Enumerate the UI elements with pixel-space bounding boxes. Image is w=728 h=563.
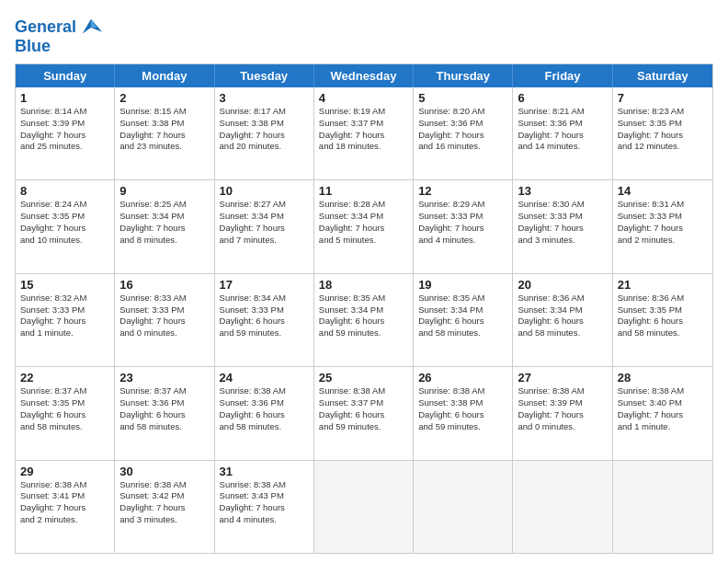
cell-info: Sunrise: 8:36 AMSunset: 3:34 PMDaylight:… <box>518 293 607 339</box>
cell-info: Sunrise: 8:23 AMSunset: 3:35 PMDaylight:… <box>618 106 708 153</box>
day-number: 22 <box>20 371 109 385</box>
header-day-wednesday: Wednesday <box>314 64 414 87</box>
cell-info: Sunrise: 8:30 AMSunset: 3:33 PMDaylight:… <box>518 199 607 246</box>
header-day-tuesday: Tuesday <box>215 64 314 87</box>
cal-cell-27: 27Sunrise: 8:38 AMSunset: 3:39 PMDayligh… <box>513 367 612 459</box>
header-day-friday: Friday <box>513 64 612 87</box>
day-number: 18 <box>319 278 408 292</box>
cal-cell-29: 29Sunrise: 8:38 AMSunset: 3:41 PMDayligh… <box>16 461 115 553</box>
cal-cell-7: 7Sunrise: 8:23 AMSunset: 3:35 PMDaylight… <box>613 87 712 179</box>
logo-text: General <box>15 18 76 37</box>
cal-cell-10: 10Sunrise: 8:27 AMSunset: 3:34 PMDayligh… <box>215 180 314 272</box>
cal-cell-2: 2Sunrise: 8:15 AMSunset: 3:38 PMDaylight… <box>115 87 214 179</box>
day-number: 4 <box>319 91 408 105</box>
day-number: 13 <box>518 184 607 198</box>
calendar-row-1: 8Sunrise: 8:24 AMSunset: 3:35 PMDaylight… <box>16 179 712 272</box>
cell-info: Sunrise: 8:38 AMSunset: 3:40 PMDaylight:… <box>618 385 708 432</box>
cell-info: Sunrise: 8:38 AMSunset: 3:37 PMDaylight:… <box>319 385 408 432</box>
cell-info: Sunrise: 8:35 AMSunset: 3:34 PMDaylight:… <box>418 293 507 339</box>
day-number: 28 <box>618 371 708 385</box>
day-number: 25 <box>319 371 408 385</box>
cell-info: Sunrise: 8:28 AMSunset: 3:34 PMDaylight:… <box>319 199 408 246</box>
cell-info: Sunrise: 8:27 AMSunset: 3:34 PMDaylight:… <box>220 199 309 246</box>
cal-cell-20: 20Sunrise: 8:36 AMSunset: 3:34 PMDayligh… <box>513 274 612 366</box>
header-day-saturday: Saturday <box>613 64 712 87</box>
day-number: 12 <box>418 184 507 198</box>
cal-cell-1: 1Sunrise: 8:14 AMSunset: 3:39 PMDaylight… <box>16 87 115 179</box>
day-number: 16 <box>119 278 209 292</box>
header-day-sunday: Sunday <box>16 64 115 87</box>
cal-cell-8: 8Sunrise: 8:24 AMSunset: 3:35 PMDaylight… <box>16 180 115 272</box>
cal-cell-28: 28Sunrise: 8:38 AMSunset: 3:40 PMDayligh… <box>613 367 712 459</box>
cell-info: Sunrise: 8:38 AMSunset: 3:39 PMDaylight:… <box>518 385 607 432</box>
logo: General Blue <box>15 15 104 56</box>
day-number: 7 <box>618 91 708 105</box>
cal-cell-13: 13Sunrise: 8:30 AMSunset: 3:33 PMDayligh… <box>513 180 612 272</box>
calendar-row-2: 15Sunrise: 8:32 AMSunset: 3:33 PMDayligh… <box>16 273 712 366</box>
cell-info: Sunrise: 8:34 AMSunset: 3:33 PMDaylight:… <box>220 293 309 339</box>
day-number: 8 <box>20 184 109 198</box>
cell-info: Sunrise: 8:33 AMSunset: 3:33 PMDaylight:… <box>119 293 209 339</box>
day-number: 10 <box>220 184 309 198</box>
day-number: 3 <box>220 91 309 105</box>
cal-cell-18: 18Sunrise: 8:35 AMSunset: 3:34 PMDayligh… <box>314 274 414 366</box>
cell-info: Sunrise: 8:15 AMSunset: 3:38 PMDaylight:… <box>119 106 209 153</box>
cell-info: Sunrise: 8:38 AMSunset: 3:41 PMDaylight:… <box>20 479 109 526</box>
header-day-monday: Monday <box>115 64 214 87</box>
day-number: 14 <box>618 184 708 198</box>
day-number: 20 <box>518 278 607 292</box>
cell-info: Sunrise: 8:37 AMSunset: 3:36 PMDaylight:… <box>119 385 209 432</box>
cell-info: Sunrise: 8:25 AMSunset: 3:34 PMDaylight:… <box>119 199 209 246</box>
logo-bird-icon <box>78 15 104 40</box>
cal-cell-6: 6Sunrise: 8:21 AMSunset: 3:36 PMDaylight… <box>513 87 612 179</box>
cal-cell-16: 16Sunrise: 8:33 AMSunset: 3:33 PMDayligh… <box>115 274 214 366</box>
cal-cell-26: 26Sunrise: 8:38 AMSunset: 3:38 PMDayligh… <box>414 367 513 459</box>
day-number: 9 <box>119 184 209 198</box>
cell-info: Sunrise: 8:32 AMSunset: 3:33 PMDaylight:… <box>20 293 109 339</box>
cal-cell-23: 23Sunrise: 8:37 AMSunset: 3:36 PMDayligh… <box>115 367 214 459</box>
calendar-row-4: 29Sunrise: 8:38 AMSunset: 3:41 PMDayligh… <box>16 460 712 553</box>
calendar-header: SundayMondayTuesdayWednesdayThursdayFrid… <box>16 64 712 87</box>
cal-cell-21: 21Sunrise: 8:36 AMSunset: 3:35 PMDayligh… <box>613 274 712 366</box>
cell-info: Sunrise: 8:24 AMSunset: 3:35 PMDaylight:… <box>20 199 109 246</box>
calendar-body: 1Sunrise: 8:14 AMSunset: 3:39 PMDaylight… <box>16 87 712 553</box>
cell-info: Sunrise: 8:38 AMSunset: 3:43 PMDaylight:… <box>220 479 309 526</box>
header: General Blue <box>15 15 713 56</box>
cal-cell-31: 31Sunrise: 8:38 AMSunset: 3:43 PMDayligh… <box>215 461 314 553</box>
day-number: 11 <box>319 184 408 198</box>
cell-info: Sunrise: 8:38 AMSunset: 3:36 PMDaylight:… <box>220 385 309 432</box>
day-number: 23 <box>119 371 209 385</box>
header-day-thursday: Thursday <box>414 64 513 87</box>
cell-info: Sunrise: 8:19 AMSunset: 3:37 PMDaylight:… <box>319 106 408 153</box>
day-number: 2 <box>119 91 209 105</box>
day-number: 15 <box>20 278 109 292</box>
cell-info: Sunrise: 8:36 AMSunset: 3:35 PMDaylight:… <box>618 293 708 339</box>
day-number: 31 <box>220 465 309 478</box>
cell-info: Sunrise: 8:14 AMSunset: 3:39 PMDaylight:… <box>20 106 109 153</box>
cal-cell-15: 15Sunrise: 8:32 AMSunset: 3:33 PMDayligh… <box>16 274 115 366</box>
cal-cell-empty <box>314 461 414 553</box>
cal-cell-empty <box>613 461 712 553</box>
cal-cell-12: 12Sunrise: 8:29 AMSunset: 3:33 PMDayligh… <box>414 180 513 272</box>
cell-info: Sunrise: 8:17 AMSunset: 3:38 PMDaylight:… <box>220 106 309 153</box>
day-number: 6 <box>518 91 607 105</box>
day-number: 1 <box>20 91 109 105</box>
cal-cell-14: 14Sunrise: 8:31 AMSunset: 3:33 PMDayligh… <box>613 180 712 272</box>
cell-info: Sunrise: 8:38 AMSunset: 3:42 PMDaylight:… <box>119 479 209 526</box>
cal-cell-empty <box>414 461 513 553</box>
day-number: 27 <box>518 371 607 385</box>
cal-cell-17: 17Sunrise: 8:34 AMSunset: 3:33 PMDayligh… <box>215 274 314 366</box>
day-number: 26 <box>418 371 507 385</box>
page: General Blue SundayMondayTuesdayWednesda… <box>0 0 728 563</box>
cell-info: Sunrise: 8:35 AMSunset: 3:34 PMDaylight:… <box>319 293 408 339</box>
cal-cell-11: 11Sunrise: 8:28 AMSunset: 3:34 PMDayligh… <box>314 180 414 272</box>
day-number: 19 <box>418 278 507 292</box>
cal-cell-30: 30Sunrise: 8:38 AMSunset: 3:42 PMDayligh… <box>115 461 214 553</box>
cal-cell-3: 3Sunrise: 8:17 AMSunset: 3:38 PMDaylight… <box>215 87 314 179</box>
cal-cell-22: 22Sunrise: 8:37 AMSunset: 3:35 PMDayligh… <box>16 367 115 459</box>
cal-cell-24: 24Sunrise: 8:38 AMSunset: 3:36 PMDayligh… <box>215 367 314 459</box>
cell-info: Sunrise: 8:20 AMSunset: 3:36 PMDaylight:… <box>418 106 507 153</box>
day-number: 17 <box>220 278 309 292</box>
cell-info: Sunrise: 8:37 AMSunset: 3:35 PMDaylight:… <box>20 385 109 432</box>
cell-info: Sunrise: 8:29 AMSunset: 3:33 PMDaylight:… <box>418 199 507 246</box>
